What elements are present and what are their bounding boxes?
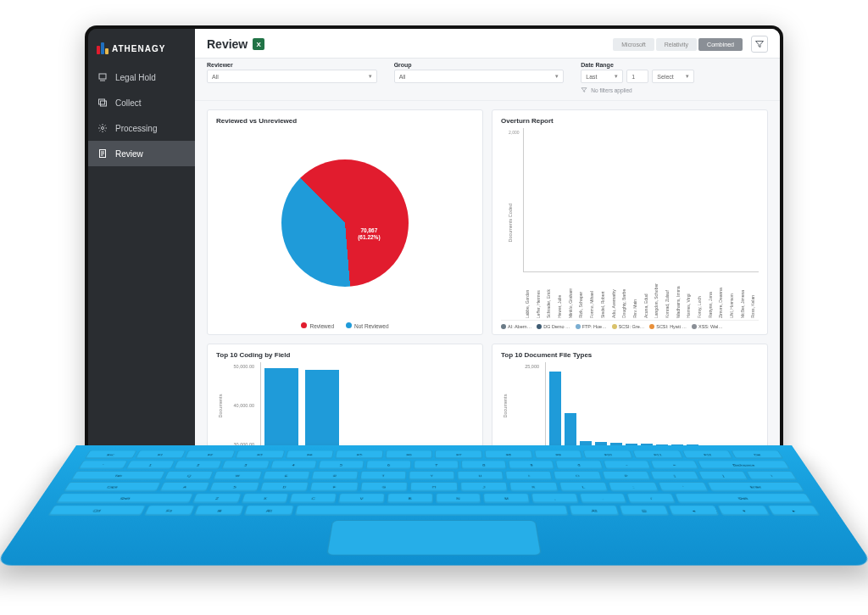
sidebar-item-collect[interactable]: Collect xyxy=(88,90,195,115)
key: 0 xyxy=(555,461,603,470)
key: F8 xyxy=(485,450,533,459)
dashboard-grid: Reviewed vs Unreviewed 70,867 (61.22%) 4… xyxy=(195,101,780,463)
sidebar-item-legal-hold[interactable]: Legal Hold xyxy=(88,64,195,90)
page-title-text: Review xyxy=(207,37,248,51)
key: 3 xyxy=(221,461,270,470)
svg-rect-2 xyxy=(101,101,107,106)
key: M xyxy=(483,494,530,504)
tab-relativity[interactable]: Relativity xyxy=(656,38,697,51)
svg-point-3 xyxy=(102,127,104,130)
gavel-icon xyxy=(97,71,108,83)
key: ; xyxy=(609,482,659,491)
key: F12 xyxy=(682,450,733,459)
sidebar: ATHENAGY Legal Hold Collect Processing xyxy=(88,29,195,463)
key: P xyxy=(602,471,651,480)
key: V xyxy=(338,494,385,504)
key: ▸ xyxy=(767,506,821,516)
key: Del xyxy=(732,450,784,459)
key: ▾ xyxy=(718,506,771,516)
coding-bars xyxy=(260,362,474,449)
overturn-legend: AI: Abern… DG Demo … FTP: Hoe… SCSI: Gre… xyxy=(501,320,759,329)
card-reviewed-vs-unreviewed: Reviewed vs Unreviewed 70,867 (61.22%) 4… xyxy=(207,109,483,335)
date-count-input[interactable]: 1 xyxy=(626,70,648,83)
key: Backspace xyxy=(697,461,790,470)
brand-logo-icon xyxy=(97,42,108,54)
sidebar-item-processing[interactable]: Processing xyxy=(88,115,195,141)
date-unit-value: Select xyxy=(657,74,673,80)
tab-combined[interactable]: Combined xyxy=(698,38,743,51)
reviewer-select[interactable]: All ▾ xyxy=(207,70,377,83)
key: Esc xyxy=(85,450,137,459)
key: N xyxy=(436,494,481,504)
key xyxy=(294,506,569,516)
filter-button[interactable] xyxy=(751,36,768,53)
key: F5 xyxy=(335,450,383,459)
bar xyxy=(264,368,298,446)
date-preset-select[interactable]: Last ▾ xyxy=(581,70,623,83)
x-axis-label: Rattynn, Jona xyxy=(708,272,716,318)
key: 8 xyxy=(461,461,507,470)
key: F7 xyxy=(435,450,482,459)
key: F xyxy=(310,482,359,491)
bar xyxy=(565,413,576,446)
x-axis-label: McBer, Jimena xyxy=(740,272,748,318)
key: F3 xyxy=(235,450,285,459)
key: 5 xyxy=(318,461,364,470)
key: O xyxy=(554,471,602,480)
svg-rect-0 xyxy=(99,74,106,79)
laptop-keyboard: Esc F1F2F3 F4F5F6 F7F8F9 F10F11F12 Del `… xyxy=(76,445,792,615)
card-title: Reviewed vs Unreviewed xyxy=(216,117,474,125)
key: R xyxy=(311,471,359,480)
key: W xyxy=(213,471,262,480)
key: K xyxy=(509,482,559,491)
filter-label-reviewer: Reviewer xyxy=(207,62,377,68)
filters-row: Reviewer All ▾ Group All ▾ Date Range xyxy=(195,59,780,101)
layers-icon xyxy=(97,97,108,109)
key: 1 xyxy=(125,461,175,470)
svg-rect-1 xyxy=(99,99,105,104)
legend-dot-icon xyxy=(301,322,307,328)
key: F6 xyxy=(385,450,432,459)
key: Alt xyxy=(244,506,294,516)
x-axis-label: Adu, Avernathy xyxy=(611,272,620,318)
key: G xyxy=(360,482,409,491)
x-axis-label: Rizk, Schaper xyxy=(578,272,587,318)
key: S xyxy=(209,482,260,491)
key: . xyxy=(579,494,627,504)
key: Shift xyxy=(675,494,813,504)
key: F2 xyxy=(185,450,236,459)
key: ] xyxy=(698,471,748,480)
x-axis-label: Konrad, Zulauf xyxy=(665,272,673,318)
document-icon xyxy=(97,148,108,159)
bar xyxy=(305,370,339,446)
group-select[interactable]: All ▾ xyxy=(394,70,565,83)
tab-microsoft[interactable]: Microsoft xyxy=(613,38,654,51)
key: H xyxy=(410,482,458,491)
key: 7 xyxy=(414,461,459,470)
x-axis-label: Uhl, Homson xyxy=(729,272,737,318)
date-unit-select[interactable]: Select ▾ xyxy=(652,70,694,83)
filetypes-bars xyxy=(545,362,759,449)
sidebar-item-label: Legal Hold xyxy=(115,73,156,82)
sidebar-item-review[interactable]: Review xyxy=(88,141,195,166)
pie-label-not-reviewed: 44,881 (38.78%) xyxy=(258,197,280,210)
key: ▤ xyxy=(619,506,670,516)
filter-off-icon xyxy=(581,87,587,93)
key: I xyxy=(505,471,553,480)
excel-export-icon[interactable]: X xyxy=(253,38,264,50)
reviewer-value: All xyxy=(212,74,219,80)
x-axis-label: Formo, Mihael xyxy=(589,272,598,318)
x-axis-label: Doughty, Barbe xyxy=(621,272,630,318)
screen: ATHENAGY Legal Hold Collect Processing xyxy=(88,29,780,463)
sidebar-item-label: Processing xyxy=(115,124,157,133)
key: Caps xyxy=(64,482,161,491)
date-count-value: 1 xyxy=(632,74,635,80)
date-preset-value: Last xyxy=(586,74,597,80)
key: F9 xyxy=(534,450,583,459)
main: Review X Microsoft Relativity Combined xyxy=(195,29,780,463)
key: F10 xyxy=(583,450,633,459)
key: U xyxy=(457,471,504,480)
key: = xyxy=(650,461,699,470)
key: C xyxy=(289,494,337,504)
page-title: Review X xyxy=(207,37,264,51)
